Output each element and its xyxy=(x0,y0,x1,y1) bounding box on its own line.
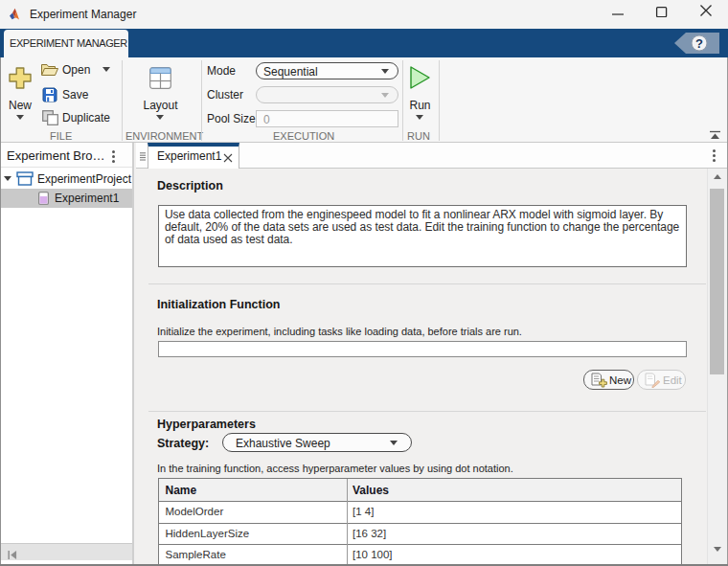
svg-text:?: ? xyxy=(695,36,703,51)
